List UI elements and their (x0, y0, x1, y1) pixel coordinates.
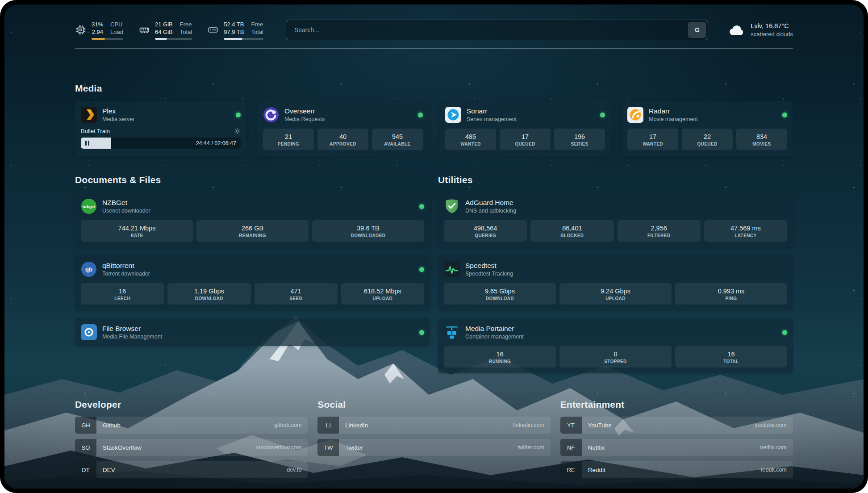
memory-total-label: Total (180, 28, 192, 36)
service-description: Media server (102, 116, 134, 123)
memory-total-value: 64 GiB (155, 28, 173, 36)
cpu-icon (75, 24, 87, 36)
status-online-dot (419, 204, 424, 209)
bookmark-dev[interactable]: DT DEV dev.to (75, 461, 308, 478)
service-name: Radarr (649, 107, 698, 115)
playback-progress-bar: 24:44 / 02:06:47 (81, 138, 241, 149)
stat: 40APPROVED (317, 129, 368, 150)
stat: 16TOTAL (675, 346, 787, 368)
service-description: Container management (465, 334, 524, 340)
cpu-usage-value: 31% (92, 21, 103, 28)
service-card-radarr[interactable]: Radarr Movie management 17WANTED 22QUEUE… (622, 101, 793, 156)
service-card-adguard[interactable]: AdGuard Home DNS and adblocking 498,564Q… (438, 192, 793, 247)
service-card-overseerr[interactable]: Overseerr Media Requests 21PENDING 40APP… (257, 101, 429, 156)
service-description: Media File Management (102, 334, 162, 340)
filebrowser-icon (81, 324, 97, 340)
portainer-icon (444, 324, 460, 340)
bookmark-reddit[interactable]: RE Reddit reddit.com (560, 461, 793, 478)
stat: 86,401BLOCKED (530, 220, 613, 242)
gear-icon[interactable] (234, 128, 241, 134)
bookmark-stackoverflow[interactable]: SO StackOverflow stackoverflow.com (75, 439, 308, 456)
bookmark-abbr: LI (317, 417, 339, 434)
bookmark-abbr: TW (317, 439, 339, 456)
stat: 9.65 GbpsDOWNLOAD (444, 283, 556, 305)
bookmark-twitter[interactable]: TW Twitter twitter.com (317, 439, 550, 456)
stat: 16RUNNING (444, 346, 556, 368)
stat: 618.52 MbpsUPLOAD (341, 283, 424, 305)
stat: 9.24 GbpsUPLOAD (559, 283, 672, 305)
service-description: Movie management (649, 116, 698, 123)
stat: 498,564QUERIES (444, 220, 527, 242)
service-description: DNS and adblocking (465, 208, 516, 214)
memory-widget: 21 GiB Free 64 GiB Total (138, 21, 192, 40)
search-provider-button[interactable]: G (688, 22, 706, 38)
bookmark-domain: twitter.com (517, 444, 544, 451)
stat: 17QUEUED (500, 129, 551, 150)
memory-free-value: 21 GiB (155, 21, 173, 28)
bookmark-group-entertainment: Entertainment YT YouTube youtube.com NF … (560, 399, 793, 478)
section-title-entertainment: Entertainment (560, 399, 793, 410)
bookmark-name: LinkedIn (345, 422, 368, 429)
bookmark-domain: dev.to (287, 467, 301, 473)
plex-now-playing: Bullet Train 24:44 / 02:06:47 (81, 128, 241, 149)
service-description: Speedtest Tracking (465, 271, 513, 277)
bookmark-netflix[interactable]: NF Netflix netflix.com (560, 439, 793, 456)
stat: 471SEED (255, 283, 338, 305)
service-card-speedtest[interactable]: Speedtest Speedtest Tracking 9.65 GbpsDO… (438, 255, 793, 310)
bookmark-domain: linkedin.com (513, 422, 544, 428)
stat: 2,956FILTERED (618, 220, 701, 242)
pause-icon[interactable] (85, 141, 89, 146)
status-online-dot (419, 330, 424, 335)
bookmark-youtube[interactable]: YT YouTube youtube.com (560, 417, 793, 434)
service-card-sonarr[interactable]: Sonarr Series management 485WANTED 17QUE… (439, 101, 611, 156)
sonarr-icon (445, 107, 461, 123)
service-name: Media Portainer (465, 325, 524, 333)
service-card-plex[interactable]: Plex Media server Bullet Train (75, 101, 246, 156)
bookmark-domain: netflix.com (760, 444, 787, 451)
svg-text:nzbget: nzbget (83, 205, 95, 209)
status-online-dot (418, 113, 423, 117)
service-card-nzbget[interactable]: nzbget NZBGet Usenet downloader 744.21 M… (75, 192, 430, 247)
bookmarks-section: Developer GH Github github.com SO StackO… (75, 399, 793, 478)
service-description: Usenet downloader (102, 208, 150, 214)
header-divider (75, 48, 793, 49)
section-title-social: Social (317, 399, 550, 410)
cloud-icon (729, 24, 745, 36)
service-card-qbittorrent[interactable]: qb qBittorrent Torrent downloader 16LEEC… (75, 255, 430, 310)
service-description: Media Requests (284, 116, 325, 123)
stat: 744.21 MbpsRATE (81, 220, 193, 242)
bookmark-abbr: YT (560, 417, 582, 434)
speedtest-icon (444, 261, 460, 277)
service-name: Speedtest (465, 262, 513, 270)
bookmark-abbr: DT (75, 461, 96, 478)
search-input[interactable] (286, 20, 708, 40)
bookmark-name: Twitter (345, 444, 363, 451)
service-name: qBittorrent (102, 262, 150, 270)
bookmark-domain: stackoverflow.com (256, 444, 301, 451)
bookmark-group-developer: Developer GH Github github.com SO StackO… (75, 399, 308, 478)
stat: 21PENDING (263, 129, 314, 150)
bookmark-github[interactable]: GH Github github.com (75, 417, 308, 434)
cpu-load-value: 2.94 (92, 28, 103, 36)
bookmark-linkedin[interactable]: LI LinkedIn linkedin.com (317, 417, 550, 434)
homepage-dashboard: 31% CPU 2.94 Load 21 GiB Free 64 GiB (4, 4, 864, 489)
cpu-widget: 31% CPU 2.94 Load (75, 21, 123, 40)
stat: 0.993 msPING (675, 283, 787, 305)
disk-free-label: Free (251, 21, 263, 28)
service-card-portainer[interactable]: Media Portainer Container management 16R… (438, 318, 793, 373)
overseerr-icon (263, 107, 279, 123)
status-online-dot (600, 113, 605, 117)
bookmark-abbr: NF (560, 439, 582, 456)
bookmark-domain: reddit.com (761, 467, 787, 473)
svg-text:qb: qb (85, 266, 92, 273)
section-title-media: Media (75, 83, 793, 94)
qbittorrent-icon: qb (81, 261, 97, 277)
disk-icon (207, 24, 219, 36)
service-card-filebrowser[interactable]: File Browser Media File Management (75, 318, 430, 346)
weather-condition: scattered clouds (751, 30, 793, 38)
memory-free-label: Free (180, 21, 192, 28)
disk-total-label: Total (251, 28, 263, 36)
service-description: Series management (467, 116, 517, 123)
nzbget-icon: nzbget (81, 198, 97, 214)
bookmark-name: YouTube (588, 422, 612, 429)
